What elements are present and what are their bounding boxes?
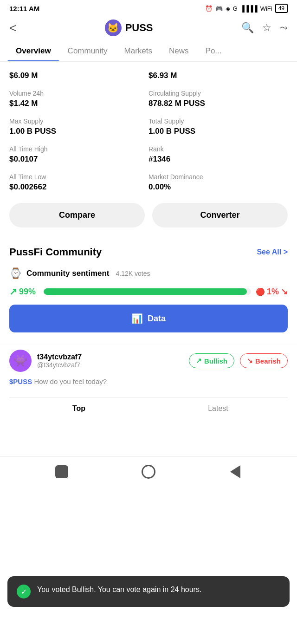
sentiment-row: ⌚ Community sentiment 4.12K votes: [9, 267, 288, 280]
bullish-arrow: ↗: [196, 357, 202, 365]
bottom-tabs-row: Top Latest: [9, 397, 288, 419]
post-text: How do you feel today?: [34, 377, 107, 385]
nav-circle-icon: [142, 465, 155, 479]
stat-atl: All Time Low $0.002662: [9, 173, 148, 192]
user-name: t34ytcvbzaf7: [37, 353, 82, 361]
nav-triangle-icon: [230, 465, 240, 478]
tab-community[interactable]: Community: [59, 41, 116, 61]
sentiment-bar: [44, 288, 251, 295]
tab-news[interactable]: News: [161, 41, 197, 61]
nav-back-button[interactable]: [226, 462, 245, 481]
stat-circulating-supply: Circulating Supply 878.82 M PUSS: [148, 90, 288, 108]
action-buttons: Compare Converter: [0, 199, 297, 239]
sentiment-icon: ⌚: [9, 267, 22, 280]
chart-icon: 📊: [131, 313, 143, 324]
stat-ath: All Time High $0.0107: [9, 145, 148, 164]
stat-rank: Rank #1346: [148, 145, 288, 164]
bullish-button[interactable]: ↗ Bullish: [189, 353, 234, 368]
bearish-dot: 🔴: [256, 287, 265, 296]
star-icon[interactable]: ☆: [262, 22, 271, 34]
bearish-button[interactable]: ↘ Bearish: [240, 353, 288, 368]
tab-overview[interactable]: Overview: [7, 41, 59, 61]
google-icon: G: [233, 5, 238, 12]
toast-check-icon: ✓: [17, 585, 31, 598]
battery-icon: 49: [275, 4, 288, 13]
stat-market-dominance: Market Dominance 0.00%: [148, 173, 288, 192]
community-section: PussFi Community See All > ⌚ Community s…: [0, 239, 297, 332]
search-icon[interactable]: 🔍: [241, 22, 254, 34]
tab-latest[interactable]: Latest: [148, 398, 288, 419]
stat-total-supply: Total Supply 1.00 B PUSS: [148, 117, 288, 136]
user-avatar: 👾: [9, 350, 32, 372]
user-details: t34ytcvbzaf7 @t34ytcvbzaf7: [37, 353, 82, 369]
coin-name: PUSS: [125, 22, 153, 34]
share-icon[interactable]: ⤳: [280, 22, 288, 33]
sentiment-label: Community sentiment: [26, 269, 110, 278]
user-handle: @t34ytcvbzaf7: [37, 361, 82, 369]
bullish-bar-fill: [44, 288, 247, 295]
header-title-container: 🐱 PUSS: [105, 20, 153, 36]
nav-square-button[interactable]: [52, 462, 71, 481]
data-button[interactable]: 📊 Data: [9, 305, 288, 332]
stat-max-supply: Max Supply 1.00 B PUSS: [9, 117, 148, 136]
sentiment-bar-row: ↗ 99% 🔴 1% ↘: [9, 286, 288, 297]
post-preview: $PUSS How do you feel today?: [9, 377, 288, 390]
back-button[interactable]: <: [9, 21, 16, 35]
header: < 🐱 PUSS 🔍 ☆ ⤳: [0, 15, 297, 41]
nav-home-button[interactable]: [139, 462, 158, 481]
converter-button[interactable]: Converter: [152, 203, 288, 228]
status-time: 12:11 AM: [9, 5, 39, 13]
sentiment-votes: 4.12K votes: [116, 270, 150, 277]
signal-icon: ▐▐▐▐: [240, 5, 258, 12]
tabs-bar: Overview Community Markets News Po...: [0, 41, 297, 62]
toast-notification: ✓ You voted Bullish. You can vote again …: [7, 576, 290, 607]
ticker-tag: $PUSS: [9, 377, 32, 385]
compare-button[interactable]: Compare: [9, 203, 145, 228]
wifi-icon: WiFi: [260, 5, 272, 12]
status-icons: ⏰ 🎮 ◈ G ▐▐▐▐ WiFi 49: [205, 4, 288, 13]
alarm-icon: ⏰: [205, 5, 213, 12]
diamond-icon: ◈: [226, 5, 230, 12]
bullish-arrow-icon: ↗: [9, 286, 17, 297]
bullish-percentage: ↗ 99%: [9, 286, 39, 297]
nav-square-icon: [55, 465, 68, 478]
user-info: 👾 t34ytcvbzaf7 @t34ytcvbzaf7: [9, 350, 82, 372]
community-title: PussFi Community: [9, 246, 102, 258]
bearish-arrow: ↘: [247, 357, 253, 365]
tab-top[interactable]: Top: [9, 398, 148, 419]
vote-buttons: ↗ Bullish ↘ Bearish: [189, 353, 288, 368]
user-header: 👾 t34ytcvbzaf7 @t34ytcvbzaf7 ↗ Bullish ↘…: [9, 350, 288, 372]
header-right: 🔍 ☆ ⤳: [241, 22, 288, 34]
tab-more[interactable]: Po...: [197, 41, 230, 61]
bearish-percentage: 🔴 1% ↘: [256, 286, 288, 297]
tab-markets[interactable]: Markets: [116, 41, 161, 61]
game-icon: 🎮: [215, 5, 223, 12]
community-header: PussFi Community See All >: [9, 246, 288, 258]
stat-volume: Volume 24h $1.42 M: [9, 90, 148, 108]
coin-logo: 🐱: [105, 20, 122, 36]
header-left: <: [9, 21, 16, 35]
toast-message: You voted Bullish. You can vote again in…: [37, 585, 201, 595]
nav-bar: [0, 456, 297, 490]
bearish-arrow-icon: ↘: [281, 286, 288, 297]
stats-grid: $6.09 M $6.93 M Volume 24h $1.42 M Circu…: [0, 62, 297, 199]
stat-market-cap-left: $6.09 M: [9, 69, 148, 80]
see-all-button[interactable]: See All >: [257, 248, 288, 256]
user-card: 👾 t34ytcvbzaf7 @t34ytcvbzaf7 ↗ Bullish ↘…: [0, 342, 297, 397]
status-bar: 12:11 AM ⏰ 🎮 ◈ G ▐▐▐▐ WiFi 49: [0, 0, 297, 15]
stat-market-cap-right: $6.93 M: [148, 69, 288, 80]
